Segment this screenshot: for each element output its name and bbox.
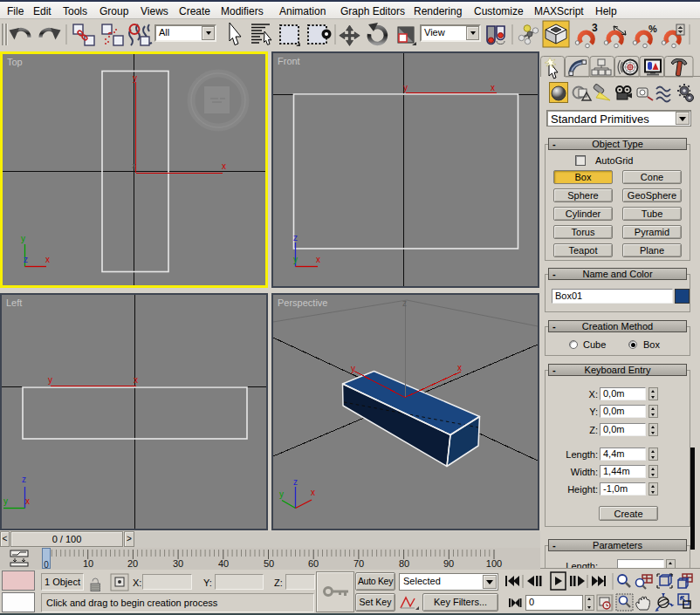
svg-text:x: x [316, 255, 320, 264]
svg-text:20: 20 [127, 558, 138, 569]
svg-text:y: y [403, 83, 408, 92]
svg-text:100: 100 [486, 558, 502, 569]
svg-text:60: 60 [308, 558, 319, 569]
svg-text:10: 10 [83, 558, 93, 569]
svg-text:x: x [491, 83, 495, 92]
svg-text:x: x [457, 363, 462, 372]
svg-text:x: x [45, 255, 50, 264]
svg-text:90: 90 [443, 558, 454, 569]
svg-text:x: x [134, 375, 138, 385]
svg-text:z: z [293, 233, 298, 243]
svg-text:z: z [24, 255, 28, 264]
svg-text:y: y [279, 489, 284, 499]
svg-text:%: % [649, 24, 657, 34]
svg-text:x: x [311, 488, 315, 497]
svg-text:y: y [133, 73, 137, 83]
svg-text:y: y [21, 234, 25, 243]
svg-text:x: x [25, 496, 30, 506]
svg-text:80: 80 [399, 558, 409, 569]
svg-text:z: z [22, 475, 26, 484]
svg-text:y: y [3, 496, 8, 506]
svg-text:z: z [132, 161, 136, 170]
svg-text:30: 30 [173, 558, 183, 569]
svg-text:40: 40 [218, 558, 229, 569]
svg-text:3: 3 [592, 22, 598, 34]
svg-text:y: y [293, 255, 298, 264]
svg-text:50: 50 [264, 558, 274, 569]
svg-text:y: y [48, 375, 52, 385]
svg-text:z: z [293, 477, 298, 487]
svg-text:z: z [402, 298, 407, 308]
svg-text:y: y [351, 364, 355, 373]
svg-text:x: x [222, 161, 226, 171]
svg-text:70: 70 [353, 558, 364, 569]
